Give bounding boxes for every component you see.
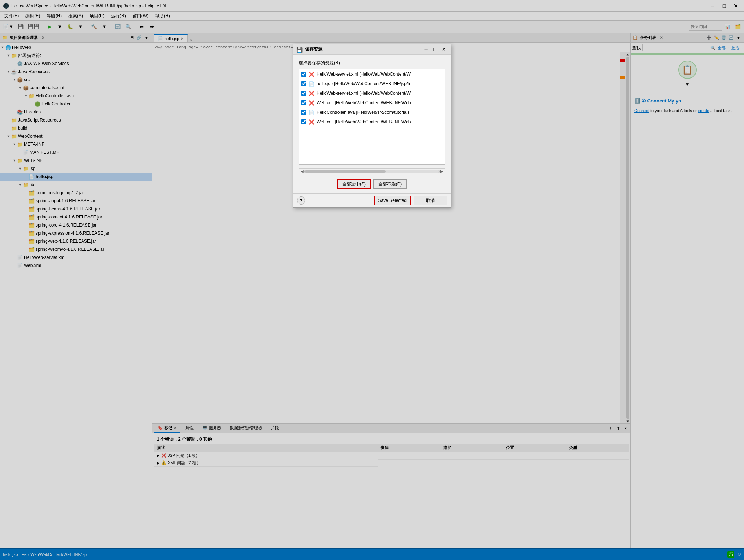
dialog-prompt: 选择要保存的资源(R):: [299, 60, 445, 66]
dialog-close-btn[interactable]: ✕: [440, 46, 448, 53]
dialog-icon: 💾: [296, 47, 303, 53]
cancel-button[interactable]: 取消: [414, 196, 447, 205]
file-checkbox[interactable]: [301, 81, 306, 86]
file-type-icon: ❌: [308, 119, 314, 125]
dialog-file-item[interactable]: 📄hello.jsp [HelloWeb/WebContent/WEB-INF/…: [299, 79, 445, 88]
deselect-all-button[interactable]: 全部不选(D): [373, 179, 407, 189]
dialog-title: 保存资源: [305, 46, 420, 53]
scroll-right-arrow[interactable]: ▶: [440, 169, 444, 174]
dialog-minimize-btn[interactable]: ─: [422, 46, 430, 53]
dialog-title-bar: 💾 保存资源 ─ □ ✕: [293, 44, 451, 55]
select-all-button[interactable]: 全部选中(S): [337, 179, 371, 189]
file-type-icon: 📄: [308, 110, 314, 115]
file-name-label: HelloWeb-servlet.xml [HelloWeb/WebConten…: [317, 91, 443, 96]
dialog-file-list: ❌HelloWeb-servlet.xml [HelloWeb/WebConte…: [299, 69, 445, 165]
dialog-file-item[interactable]: ❌Web.xml [HelloWeb/WebContent/WEB-INF/We…: [299, 98, 445, 108]
dialog-restore-btn[interactable]: □: [431, 46, 439, 53]
file-type-icon: ❌: [308, 91, 314, 96]
dialog-file-item[interactable]: ❌HelloWeb-servlet.xml [HelloWeb/WebConte…: [299, 88, 445, 98]
dialog-select-row: 全部选中(S) 全部不选(D): [293, 179, 451, 189]
file-checkbox[interactable]: [301, 91, 306, 96]
file-name-label: HelloWeb-servlet.xml [HelloWeb/WebConten…: [317, 72, 443, 77]
file-checkbox[interactable]: [301, 72, 306, 77]
dialog-overlay: 💾 保存资源 ─ □ ✕ 选择要保存的资源(R): ❌HelloWeb-serv…: [0, 0, 744, 560]
save-resources-dialog: 💾 保存资源 ─ □ ✕ 选择要保存的资源(R): ❌HelloWeb-serv…: [293, 44, 451, 208]
file-name-label: hello.jsp [HelloWeb/WebContent/WEB-INF/j…: [317, 81, 443, 86]
dialog-file-item[interactable]: ❌Web.xml [HelloWeb/WebContent/WEB-INF/We…: [299, 117, 445, 127]
file-checkbox[interactable]: [301, 100, 306, 105]
dialog-file-item[interactable]: 📄HelloController.java [HelloWeb/src/com/…: [299, 108, 445, 117]
dialog-file-item[interactable]: ❌HelloWeb-servlet.xml [HelloWeb/WebConte…: [299, 69, 445, 79]
file-checkbox[interactable]: [301, 110, 306, 115]
scroll-thumb[interactable]: [305, 170, 386, 173]
save-selected-button[interactable]: Save Selected: [374, 196, 411, 205]
dialog-title-controls: ─ □ ✕: [422, 46, 448, 53]
scroll-left-arrow[interactable]: ◀: [300, 169, 304, 174]
file-name-label: Web.xml [HelloWeb/WebContent/WEB-INF/Web: [317, 119, 443, 124]
file-type-icon: ❌: [308, 72, 314, 77]
dialog-scroll-bar: ◀ ▶: [299, 168, 445, 174]
file-name-label: HelloController.java [HelloWeb/src/com/t…: [317, 110, 443, 115]
file-type-icon: 📄: [308, 81, 314, 87]
dialog-body: 选择要保存的资源(R): ❌HelloWeb-servlet.xml [Hell…: [293, 55, 451, 179]
dialog-help-button[interactable]: ?: [297, 196, 305, 205]
scroll-track[interactable]: [304, 170, 440, 173]
file-checkbox[interactable]: [301, 119, 306, 124]
file-type-icon: ❌: [308, 100, 314, 106]
dialog-footer: ? Save Selected 取消: [293, 193, 451, 207]
file-name-label: Web.xml [HelloWeb/WebContent/WEB-INF/Web: [317, 100, 443, 105]
